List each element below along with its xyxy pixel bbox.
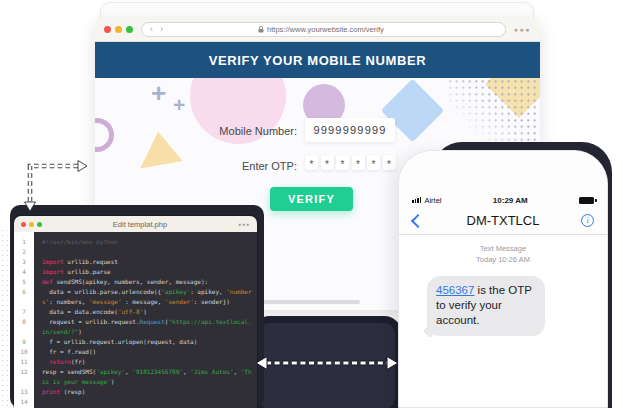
thread-meta: Text Message Today 10:26 AM [399,244,607,266]
address-bar[interactable]: ‹› https://www.yourwebsite.com/verify [141,22,506,37]
thread-timestamp: Today 10:26 AM [399,255,607,266]
otp-box[interactable]: * [305,155,318,170]
lock-icon [258,26,264,33]
decor-plus-icon: + [151,80,166,106]
editor-window-controls [21,222,42,227]
code-line: 10 fr = f.read() [14,347,257,357]
code-line: 13print (resp) [14,387,257,397]
otp-code-link[interactable]: 456367 [436,284,474,296]
line-number: 11 [14,357,34,367]
otp-box[interactable]: * [367,155,380,170]
close-window-button[interactable] [21,222,26,227]
decor-dots-pattern [447,78,537,144]
phone-header: Airtel 10:29 AM DM-TXTLCL i [399,151,607,235]
line-number: 1 [14,237,34,247]
code-line: 2 [14,247,257,257]
line-number: 9 [14,337,34,347]
line-number: 3 [14,257,34,267]
line-number: 13 [14,387,34,397]
signal-strength-icon [412,197,421,203]
code-line: 4import urllib.parse [14,267,257,277]
code-line: 1#!/usr/bin/env python [14,237,257,247]
messages-nav-bar: DM-TXTLCL i [399,207,607,234]
info-icon[interactable]: i [581,214,594,227]
sms-bubble-wrap: 456367 is the OTP to verify your account… [427,276,545,337]
thread-label: Text Message [399,244,607,255]
code-line: 14 [14,397,257,407]
phone-status-bar: Airtel 10:29 AM [399,193,607,207]
page-banner: VERIFY YOUR MOBILE NUMBER [95,42,540,78]
window-controls [104,26,133,33]
line-number: 2 [14,247,34,257]
code-editor-window: Edit templat.php ●●● 1#!/usr/bin/env pyt… [14,216,257,408]
otp-box[interactable]: * [383,155,396,170]
status-time: 10:29 AM [441,196,579,205]
zoom-window-button[interactable] [37,222,42,227]
otp-box[interactable]: * [352,155,365,170]
battery-icon [579,197,594,204]
code-line: 12resp = sendSMS('apikey', '918123456789… [14,367,257,387]
line-number: 7 [14,307,34,317]
mobile-number-label: Mobile Number: [155,125,297,137]
line-number: 5 [14,277,34,287]
close-window-button[interactable] [104,26,111,33]
screenshot-canvas: ‹› https://www.yourwebsite.com/verify ●●… [0,0,623,408]
otp-box[interactable]: * [321,155,334,170]
line-number: 12 [14,367,34,387]
line-number: 8 [14,317,34,337]
browser-nav-chevrons: ‹› [150,25,163,34]
editor-titlebar: Edit templat.php ●●● [14,216,257,232]
editor-menu-icon[interactable]: ●●● [238,221,250,227]
zoom-window-button[interactable] [126,26,133,33]
code-line: 8 request = urllib.request.Request("http… [14,317,257,337]
code-line: 5def sendSMS(apikey, numbers, sender, me… [14,277,257,287]
decor-plus-icon: + [173,94,185,115]
enter-otp-label: Enter OTP: [155,160,297,172]
code-line: 6 data = urllib.parse.urlencode({'apikey… [14,287,257,307]
decor-ring-circle [95,118,114,152]
otp-box[interactable]: * [336,155,349,170]
editor-title: Edit templat.php [48,220,232,229]
browser-menu-icon[interactable]: ●●● [514,26,531,33]
code-line: 3import urllib.request [14,257,257,267]
minimize-window-button[interactable] [115,26,122,33]
line-number: 4 [14,267,34,277]
phone-mockup: Airtel 10:29 AM DM-TXTLCL i Text Message… [398,150,608,408]
window-bottom-pill [263,300,360,304]
line-number: 14 [14,397,34,407]
line-number: 6 [14,287,34,307]
line-number: 10 [14,347,34,357]
mobile-number-input[interactable]: 9999999999 [305,118,395,142]
sms-message-bubble: 456367 is the OTP to verify your account… [427,276,545,337]
carrier-label: Airtel [424,196,441,205]
back-icon[interactable]: ‹ [150,25,153,34]
code-line: 7 data = data.encode('utf-8') [14,307,257,317]
code-line: 11 return(fr) [14,357,257,367]
code-lines: 1#!/usr/bin/env python23import urllib.re… [14,232,257,408]
otp-row: ****** [305,155,396,170]
minimize-window-button[interactable] [29,222,34,227]
page-title: VERIFY YOUR MOBILE NUMBER [209,53,426,68]
code-line: 9 f = urllib.request.urlopen(request, da… [14,337,257,347]
decor-left-dots-pattern [0,228,10,408]
dark-backdrop-panel [252,316,402,408]
verify-button[interactable]: VERIFY [270,187,353,211]
back-chevron-icon[interactable] [411,214,425,228]
elbow-arrow [25,161,88,212]
url-text: https://www.yourwebsite.com/verify [267,25,384,34]
sms-sender-title: DM-TXTLCL [467,213,540,228]
browser-chrome: ‹› https://www.yourwebsite.com/verify ●●… [95,18,540,42]
